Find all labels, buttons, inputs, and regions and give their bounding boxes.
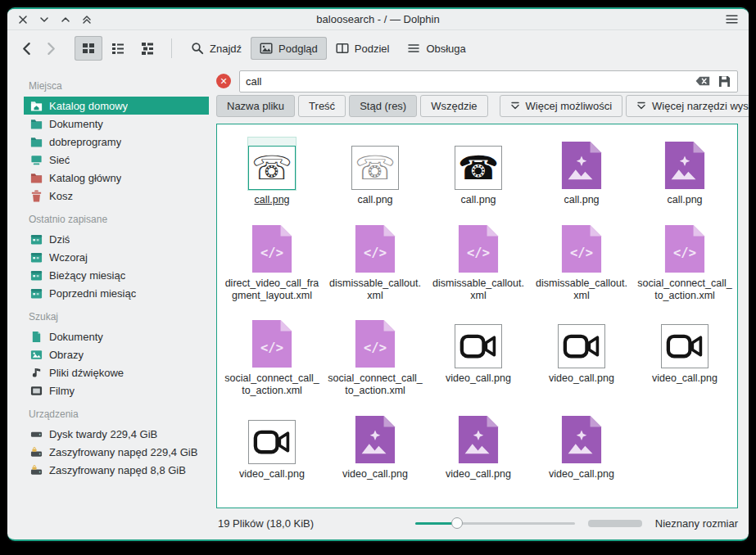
file-item[interactable]: video_call.png	[530, 405, 633, 489]
save-search-icon[interactable]	[717, 74, 731, 88]
file-item[interactable]: video_call.png	[324, 405, 427, 489]
video-icon	[29, 384, 43, 397]
forward-icon[interactable]	[38, 37, 61, 60]
sidebar-item[interactable]: Dokumenty	[24, 327, 209, 345]
sidebar: MiejscaKatalog domowyDokumentydobreprogr…	[7, 66, 209, 539]
sidebar-item[interactable]: Obrazy	[24, 345, 209, 363]
maximize-icon[interactable]	[60, 14, 71, 25]
image-file-icon	[457, 412, 500, 464]
xml-file-icon: </>	[560, 221, 603, 273]
sidebar-item[interactable]: Katalog domowy	[24, 97, 209, 115]
compact-view-button[interactable]	[134, 36, 161, 61]
sidebar-item[interactable]: Dysk twardy 229,4 GiB	[24, 425, 209, 443]
sidebar-item[interactable]: Dokumenty	[24, 115, 209, 133]
more-options-button[interactable]: Więcej możliwości	[500, 95, 622, 117]
file-item[interactable]: video_call.png	[427, 309, 530, 405]
sidebar-item-label: Dokumenty	[49, 331, 103, 343]
close-search-icon[interactable]: ✕	[216, 74, 231, 88]
zoom-slider[interactable]	[415, 517, 575, 530]
file-item[interactable]: </>direct_video_call_fragment_layout.xml	[220, 214, 324, 310]
sidebar-item-label: Dziś	[49, 233, 70, 246]
clear-text-icon[interactable]	[695, 74, 710, 88]
find-button[interactable]: Znajdź	[182, 37, 251, 60]
keep-above-icon[interactable]	[81, 14, 93, 25]
back-icon[interactable]	[16, 37, 38, 60]
file-name: video_call.png	[652, 372, 718, 385]
search-input[interactable]	[246, 75, 689, 88]
sidebar-item[interactable]: Dziś	[24, 230, 209, 248]
xml-file-glyph: </>	[251, 319, 293, 368]
preview-button[interactable]: Podgląd	[251, 37, 327, 60]
calendar-icon	[29, 232, 43, 246]
file-item[interactable]: </>social_connect_call_to_action.xml	[633, 214, 736, 310]
sidebar-section-title: Szukaj	[29, 311, 209, 323]
sidebar-item[interactable]: Filmy	[24, 381, 209, 399]
xml-file-glyph: </>	[354, 224, 396, 273]
image-file-glyph	[560, 141, 603, 190]
file-item[interactable]: </>social_connect_call_to_action.xml	[220, 309, 324, 405]
sidebar-item[interactable]: Katalog główny	[24, 169, 209, 187]
file-item[interactable]: ☏call.png	[220, 131, 324, 214]
preview-icon	[260, 42, 273, 55]
file-item[interactable]: call.png	[530, 131, 633, 214]
sidebar-item-label: Katalog domowy	[49, 100, 128, 112]
search-filter-button[interactable]: Wszędzie	[420, 95, 487, 117]
search-filter-button[interactable]: Stąd (res)	[349, 95, 417, 117]
sidebar-section-title: Ostatnio zapisane	[29, 214, 209, 225]
sidebar-item[interactable]: Kosz	[24, 187, 209, 205]
file-name: call.png	[564, 194, 599, 206]
search-filter-button[interactable]: Nazwa pliku	[216, 95, 295, 117]
sidebar-item-label: Dysk twardy 229,4 GiB	[49, 428, 157, 440]
file-item[interactable]: </>dismissable_callout.xml	[324, 214, 427, 310]
file-name: call.png	[460, 194, 496, 206]
close-icon[interactable]	[17, 14, 29, 25]
image-file-icon	[354, 412, 396, 464]
search-row: ✕	[209, 66, 749, 94]
chevron-down-icon	[636, 101, 646, 111]
minimize-icon[interactable]	[38, 14, 50, 25]
zoom-slider-knob[interactable]	[451, 517, 463, 529]
sidebar-item[interactable]: Wczoraj	[24, 248, 209, 266]
file-name: call.png	[357, 194, 392, 206]
sidebar-item-label: Pliki dźwiękowe	[49, 367, 124, 379]
sidebar-item[interactable]: Pliki dźwiękowe	[24, 363, 209, 381]
file-grid: ☏call.png☏call.png☎call.pngcall.pngcall.…	[220, 131, 737, 489]
window-title: baloosearch - / — Dolphin	[316, 13, 439, 25]
file-name: video_call.png	[549, 372, 614, 385]
file-item[interactable]: </>social_connect_call_to_action.xml	[324, 309, 427, 405]
control-button[interactable]: Obsługa	[398, 37, 474, 60]
xml-file-glyph: </>	[457, 224, 500, 273]
sidebar-item[interactable]: dobreprogramy	[24, 133, 209, 151]
file-name: social_connect_call_to_action.xml	[637, 278, 732, 302]
file-item[interactable]: call.png	[633, 131, 736, 214]
file-name: video_call.png	[342, 468, 408, 481]
file-name: video_call.png	[446, 372, 511, 385]
sidebar-item-label: Zaszyfrowany napęd 8,8 GiB	[49, 464, 186, 476]
file-view[interactable]: ☏call.png☏call.png☎call.pngcall.pngcall.…	[216, 124, 738, 508]
file-item[interactable]: video_call.png	[633, 309, 736, 405]
sidebar-item[interactable]: Bieżący miesiąc	[24, 266, 209, 284]
icons-view-button[interactable]	[75, 36, 102, 61]
split-button[interactable]: Podziel	[327, 37, 399, 60]
file-item[interactable]: video_call.png	[427, 405, 530, 489]
more-tools-button[interactable]: Więcej narzędzi wysz	[626, 95, 749, 117]
image-file-icon	[663, 138, 706, 190]
file-item[interactable]: ☏call.png	[324, 131, 427, 214]
hamburger-menu-icon[interactable]	[724, 13, 739, 26]
file-item[interactable]: video_call.png	[530, 309, 633, 405]
sidebar-item[interactable]: Poprzedni miesiąc	[24, 284, 209, 302]
sidebar-item-label: dobreprogramy	[49, 136, 121, 148]
sidebar-item[interactable]: Zaszyfrowany napęd 8,8 GiB	[24, 461, 209, 479]
file-item[interactable]: </>dismissable_callout.xml	[427, 214, 530, 310]
document-icon	[29, 330, 43, 343]
file-item[interactable]: </>dismissable_callout.xml	[530, 214, 633, 310]
file-item[interactable]: video_call.png	[220, 405, 324, 489]
details-view-button[interactable]	[104, 36, 132, 61]
image-file-glyph	[663, 141, 706, 190]
sidebar-item[interactable]: Zaszyfrowany napęd 229,4 GiB	[24, 443, 209, 461]
search-filter-button[interactable]: Treść	[298, 95, 346, 117]
sidebar-item-label: Zaszyfrowany napęd 229,4 GiB	[49, 446, 197, 458]
drive-lock-icon	[29, 445, 43, 458]
file-item[interactable]: ☎call.png	[427, 131, 530, 214]
sidebar-item[interactable]: Sieć	[24, 151, 209, 169]
